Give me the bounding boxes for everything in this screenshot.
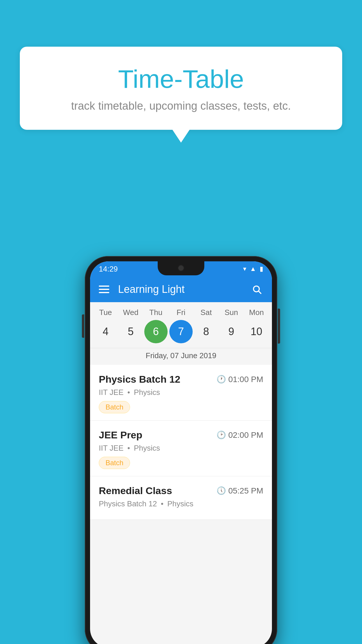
schedule-item-1-time: 🕐 01:00 PM bbox=[217, 375, 263, 384]
day-8[interactable]: 8 bbox=[194, 320, 218, 343]
search-icon bbox=[252, 284, 262, 294]
schedule-item-3[interactable]: Remedial Class 🕔 05:25 PM Physics Batch … bbox=[90, 476, 272, 520]
day-4[interactable]: 4 bbox=[94, 320, 117, 343]
day-name-thu: Thu bbox=[144, 308, 168, 317]
day-numbers-row: 4 5 6 7 8 9 10 bbox=[90, 320, 272, 343]
speech-bubble: Time-Table track timetable, upcoming cla… bbox=[20, 47, 342, 130]
schedule-item-3-title: Remedial Class bbox=[99, 485, 172, 496]
schedule-item-3-top: Remedial Class 🕔 05:25 PM bbox=[99, 485, 263, 496]
selected-date-label: Friday, 07 June 2019 bbox=[90, 348, 272, 365]
schedule-item-2-top: JEE Prep 🕑 02:00 PM bbox=[99, 429, 263, 441]
svg-line-1 bbox=[259, 291, 261, 293]
speech-bubble-section: Time-Table track timetable, upcoming cla… bbox=[20, 47, 342, 130]
day-name-sat: Sat bbox=[194, 308, 218, 317]
day-10[interactable]: 10 bbox=[245, 320, 268, 343]
wifi-icon: ▾ bbox=[243, 265, 246, 273]
phone-frame: 14:29 ▾ ▲ ▮ Learning Light bbox=[85, 256, 277, 644]
status-time: 14:29 bbox=[99, 265, 118, 274]
app-title: Learning Light bbox=[118, 283, 242, 295]
batch-badge-2: Batch bbox=[99, 457, 130, 469]
day-5[interactable]: 5 bbox=[119, 320, 142, 343]
day-7-selected[interactable]: 7 bbox=[169, 320, 193, 343]
schedule-item-1-title: Physics Batch 12 bbox=[99, 374, 180, 385]
schedule-item-2-time-text: 02:00 PM bbox=[228, 430, 263, 440]
day-name-tue: Tue bbox=[94, 308, 117, 317]
schedule-item-2-title: JEE Prep bbox=[99, 429, 142, 441]
schedule-item-1-top: Physics Batch 12 🕐 01:00 PM bbox=[99, 374, 263, 385]
schedule-item-2[interactable]: JEE Prep 🕑 02:00 PM IIT JEE • Physics Ba… bbox=[90, 421, 272, 476]
day-name-sun: Sun bbox=[220, 308, 243, 317]
phone-notch bbox=[158, 261, 204, 275]
day-name-wed: Wed bbox=[119, 308, 142, 317]
calendar-header: Tue Wed Thu Fri Sat Sun Mon 4 5 6 7 8 9 … bbox=[90, 302, 272, 365]
phone-screen: 14:29 ▾ ▲ ▮ Learning Light bbox=[90, 261, 272, 644]
day-6-today[interactable]: 6 bbox=[144, 320, 168, 343]
schedule-item-1-time-text: 01:00 PM bbox=[228, 375, 263, 384]
bubble-title: Time-Table bbox=[43, 64, 319, 94]
schedule-item-1[interactable]: Physics Batch 12 🕐 01:00 PM IIT JEE • Ph… bbox=[90, 365, 272, 421]
clock-icon-2: 🕑 bbox=[217, 430, 226, 440]
schedule-item-3-sub: Physics Batch 12 • Physics bbox=[99, 499, 263, 508]
day-9[interactable]: 9 bbox=[220, 320, 243, 343]
menu-button[interactable] bbox=[99, 286, 109, 293]
batch-badge-1: Batch bbox=[99, 401, 130, 413]
day-name-mon: Mon bbox=[245, 308, 268, 317]
phone-camera bbox=[178, 265, 184, 271]
clock-icon-3: 🕔 bbox=[217, 486, 226, 495]
schedule-list: Physics Batch 12 🕐 01:00 PM IIT JEE • Ph… bbox=[90, 365, 272, 520]
app-bar: Learning Light bbox=[90, 276, 272, 302]
day-names-row: Tue Wed Thu Fri Sat Sun Mon bbox=[90, 308, 272, 317]
schedule-item-2-time: 🕑 02:00 PM bbox=[217, 430, 263, 440]
clock-icon-1: 🕐 bbox=[217, 375, 226, 384]
schedule-item-1-sub: IIT JEE • Physics bbox=[99, 388, 263, 397]
bubble-subtitle: track timetable, upcoming classes, tests… bbox=[43, 100, 319, 112]
day-name-fri: Fri bbox=[169, 308, 193, 317]
search-button[interactable] bbox=[250, 283, 263, 296]
app-background: Time-Table track timetable, upcoming cla… bbox=[0, 0, 362, 644]
signal-icon: ▲ bbox=[250, 265, 256, 273]
status-icons: ▾ ▲ ▮ bbox=[243, 265, 263, 273]
schedule-item-2-sub: IIT JEE • Physics bbox=[99, 444, 263, 453]
schedule-item-3-time-text: 05:25 PM bbox=[228, 486, 263, 496]
battery-icon: ▮ bbox=[260, 265, 263, 273]
schedule-item-3-time: 🕔 05:25 PM bbox=[217, 486, 263, 496]
